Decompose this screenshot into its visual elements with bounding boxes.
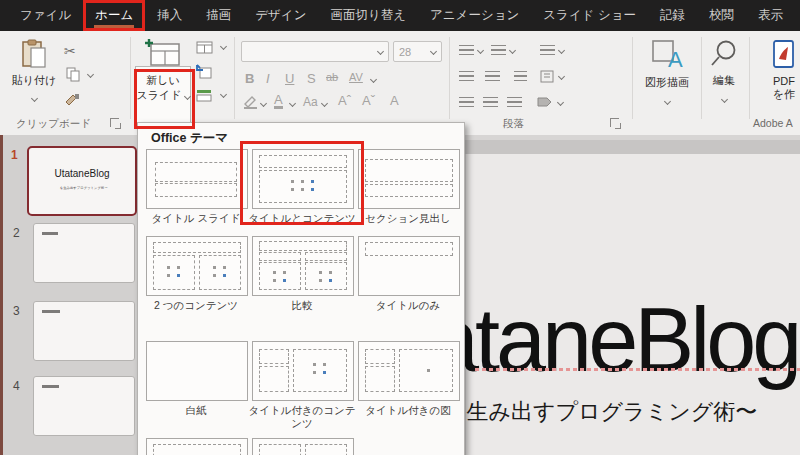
slide-3-title-text: [42, 310, 60, 313]
layout-comparison[interactable]: 比較: [252, 236, 356, 312]
layout-button[interactable]: [196, 41, 213, 54]
char-spacing-button[interactable]: AV: [349, 71, 363, 83]
tab-home[interactable]: ホーム: [83, 0, 145, 31]
convert-smartart-chevron-icon[interactable]: [557, 99, 564, 106]
slide-1-thumb-title: UtataneBlog: [29, 168, 135, 179]
align-left-button[interactable]: [459, 97, 474, 109]
layout-picture-with-caption[interactable]: タイトル付きの図: [358, 341, 462, 417]
bullet-list-button[interactable]: [459, 45, 474, 57]
paste-button[interactable]: 貼り付け: [6, 37, 62, 115]
create-pdf-button[interactable]: PDF を作: [754, 37, 800, 125]
layout-two-content-thumb: [146, 236, 248, 296]
slide-4-number: 4: [13, 379, 20, 393]
clipboard-group-label: クリップボード: [16, 117, 91, 131]
layout-chevron-icon[interactable]: [220, 43, 227, 50]
editing-button[interactable]: 編集: [703, 37, 745, 125]
decrease-indent-button[interactable]: [459, 71, 474, 83]
highlight-pen-button[interactable]: [243, 95, 259, 109]
paste-clipboard-icon: [21, 39, 47, 69]
underline-button[interactable]: U: [285, 71, 294, 86]
layout-section-header[interactable]: セクション見出し: [358, 149, 462, 225]
align-right-button[interactable]: [507, 97, 522, 109]
font-color-chevron-icon[interactable]: [289, 100, 296, 107]
tab-file[interactable]: ファイル: [8, 0, 83, 31]
section-button[interactable]: [196, 89, 212, 102]
pdf-label-1: PDF: [754, 75, 800, 87]
increase-indent-button[interactable]: [485, 71, 500, 83]
paragraph-group-label: 段落: [503, 117, 524, 131]
shadow-button[interactable]: S: [307, 71, 316, 86]
tab-review[interactable]: 校閲: [697, 0, 746, 31]
layout-content-with-caption[interactable]: タイトル付きのコンテンツ: [252, 341, 356, 430]
cut-button[interactable]: ✂: [64, 43, 76, 59]
bullet-list-chevron-icon[interactable]: [477, 47, 484, 54]
tab-view[interactable]: 表示: [746, 0, 795, 31]
copy-button[interactable]: [66, 67, 80, 82]
layout-title-slide[interactable]: タイトル スライド: [146, 149, 250, 225]
slide-thumbnail-panel: 1 UtataneBlog を生み出すプログラミング術〜 2 3 4: [0, 135, 140, 455]
drawing-label: 図形描画: [636, 75, 698, 90]
line-spacing-button[interactable]: [540, 45, 555, 57]
slide-3-thumbnail[interactable]: [33, 301, 135, 361]
paste-chevron-icon: [30, 95, 37, 102]
drawing-button[interactable]: A 図形描画: [636, 37, 698, 125]
tab-design[interactable]: デザイン: [243, 0, 318, 31]
tab-developer[interactable]: 開発: [795, 0, 800, 31]
tab-transitions[interactable]: 画面切り替え: [318, 0, 418, 31]
align-center-button[interactable]: [483, 97, 498, 109]
numbered-list-button[interactable]: [491, 45, 506, 57]
tab-record[interactable]: 記録: [648, 0, 697, 31]
reset-slide-button[interactable]: [196, 64, 212, 79]
layout-row4-middle[interactable]: [252, 438, 356, 455]
tab-draw[interactable]: 描画: [194, 0, 243, 31]
line-spacing-chevron-icon[interactable]: [558, 47, 565, 54]
tab-animations[interactable]: アニメーション: [418, 0, 531, 31]
new-slide-icon: [145, 39, 181, 69]
new-slide-label-2: スライド: [136, 88, 190, 103]
layout-two-content[interactable]: 2 つのコンテンツ: [146, 236, 250, 312]
change-case-chevron-icon[interactable]: [321, 100, 328, 107]
new-slide-button[interactable]: 新しい スライド: [136, 37, 190, 125]
italic-button[interactable]: I: [266, 71, 270, 86]
columns-button[interactable]: [514, 71, 527, 83]
copy-chevron-icon[interactable]: [87, 71, 94, 78]
grow-font-button[interactable]: Aˆ: [338, 93, 351, 108]
svg-text:A: A: [668, 47, 683, 71]
layout-comparison-thumb: [252, 236, 354, 296]
powerpoint-window: ファイル ホーム 挿入 描画 デザイン 画面切り替え アニメーション スライド …: [0, 0, 800, 455]
text-direction-chevron-icon[interactable]: [558, 73, 565, 80]
layout-title-only[interactable]: タイトルのみ: [358, 236, 462, 312]
section-chevron-icon[interactable]: [220, 91, 227, 98]
format-painter-button[interactable]: [65, 93, 80, 107]
paste-label: 貼り付け: [6, 73, 62, 88]
shrink-font-button[interactable]: Aˇ: [362, 93, 375, 108]
find-magnifier-icon: [710, 39, 738, 69]
clipboard-dialog-launcher[interactable]: [110, 118, 119, 127]
clear-formatting-button[interactable]: A: [390, 93, 399, 108]
slide-1-thumbnail[interactable]: UtataneBlog を生み出すプログラミング術〜: [27, 146, 137, 216]
convert-smartart-button[interactable]: [537, 96, 553, 109]
drawing-chevron-icon: [663, 98, 670, 105]
change-case-button[interactable]: Aa: [303, 95, 318, 109]
slide-2-thumbnail[interactable]: [33, 223, 135, 283]
text-direction-button[interactable]: [540, 70, 554, 83]
layout-blank[interactable]: 白紙: [146, 341, 250, 417]
layout-title-and-content[interactable]: タイトルとコンテンツ: [252, 149, 356, 225]
font-size-combobox[interactable]: 28: [393, 41, 442, 62]
highlight-pen-chevron-icon[interactable]: [260, 100, 267, 107]
slide-4-thumbnail[interactable]: [33, 376, 135, 436]
spellcheck-underline: [475, 368, 800, 371]
font-color-button[interactable]: A: [274, 93, 283, 109]
layout-row4-left[interactable]: [146, 438, 250, 455]
font-name-combobox[interactable]: [241, 41, 389, 62]
adobe-group-label: Adobe A: [753, 117, 793, 129]
numbered-list-chevron-icon[interactable]: [509, 47, 516, 54]
bold-button[interactable]: B: [245, 71, 254, 86]
tab-slideshow[interactable]: スライド ショー: [531, 0, 648, 31]
strikethrough-button[interactable]: ab: [326, 71, 338, 83]
paragraph-dialog-launcher[interactable]: [610, 118, 619, 127]
new-slide-label-1: 新しい: [136, 73, 190, 88]
slide-subtitle-text[interactable]: を生み出すプログラミング術〜: [444, 397, 757, 427]
tab-insert[interactable]: 挿入: [145, 0, 194, 31]
char-spacing-chevron-icon[interactable]: [370, 76, 377, 83]
